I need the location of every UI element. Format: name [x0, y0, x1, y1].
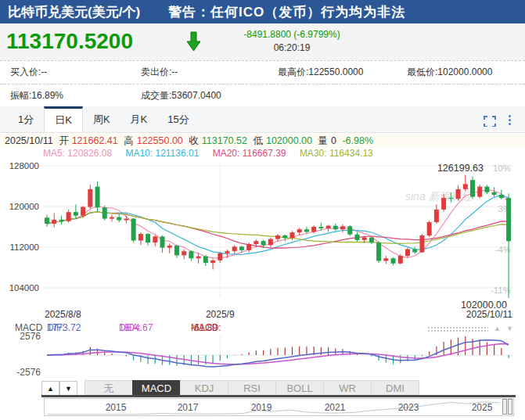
low-price: 最低价:102000.0000 [407, 61, 492, 84]
tab-1min[interactable]: 1分 [8, 106, 44, 132]
range-navigator[interactable]: 2015 2017 2019 2021 2023 2025 [44, 398, 514, 416]
main-candlestick-chart[interactable]: 12800010%1200003%112000-4%104000-11%sina… [0, 160, 525, 323]
ask-price: 卖出价:-- [141, 61, 178, 84]
nav-year-2023: 2023 [391, 402, 426, 413]
low-value: 102000.00 [266, 135, 312, 146]
price-change-block: -8491.8800 (-6.9799%) 06:20:19 [210, 29, 374, 53]
indicator-tab-dmi[interactable]: DMI [371, 380, 419, 396]
vol-value: 0 [331, 135, 336, 146]
quote-row: 113170.5200 -8491.8800 (-6.9799%) 06:20:… [0, 23, 525, 60]
indicator-tab-kdj[interactable]: KDJ [180, 380, 228, 396]
ico-warning-banner: 警告：任何ICO（发币）行为均为非法 [168, 3, 405, 21]
svg-text:2025/9: 2025/9 [206, 309, 235, 320]
open-label: 开 [59, 135, 69, 146]
ma5-legend: MA5: 120826.08 [43, 148, 112, 159]
ma10-legend: MA10: 121136.01 [125, 148, 199, 159]
high-price: 最高价:122550.0000 [278, 61, 363, 84]
pane-down-icon[interactable]: ▼ [506, 325, 513, 332]
pane-up-icon[interactable]: ▲ [494, 325, 501, 332]
svg-text:-11%: -11% [491, 285, 511, 295]
period-tab-bar: 1分 日K 周K 月K 15分 [0, 106, 525, 133]
svg-text:2025/10/11: 2025/10/11 [466, 309, 512, 320]
page-title: 比特币兑美元(美元/个) [8, 3, 140, 21]
volume: 成交量:53607.0400 [141, 84, 221, 107]
indicator-tab-none[interactable]: 无 [85, 380, 133, 396]
svg-text:120000: 120000 [9, 202, 39, 211]
ma20-legend: MA20: 116667.39 [213, 148, 286, 159]
price-down-arrow-icon [186, 31, 202, 52]
svg-text:112000: 112000 [9, 242, 39, 252]
more-options-icon[interactable] [509, 115, 512, 127]
header-bar: 比特币兑美元(美元/个) 警告：任何ICO（发币）行为均为非法 [0, 0, 525, 23]
bid-price: 买入价:-- [10, 61, 47, 84]
macd-pane-resize-dots[interactable] [427, 326, 488, 332]
indicator-tab-wr[interactable]: WR [323, 380, 372, 396]
ma30-legend: MA30: 116434.13 [300, 148, 373, 159]
svg-text:10%: 10% [493, 163, 511, 173]
nav-year-2021: 2021 [318, 402, 352, 413]
ohlc-info-bar: 2025/10/11 开121662.41 高122550.00 收113170… [0, 134, 525, 148]
indicator-tab-macd[interactable]: MACD [132, 380, 181, 396]
nav-year-2015: 2015 [99, 402, 133, 413]
tab-15min[interactable]: 15分 [157, 106, 199, 132]
indicator-tab-rsi[interactable]: RSI [228, 380, 276, 396]
nav-year-2017: 2017 [171, 402, 205, 413]
price-change: -8491.8800 (-6.9799%) [210, 29, 374, 40]
indicator-tab-boll[interactable]: BOLL [275, 380, 324, 396]
close-label: 收 [189, 135, 199, 146]
high-label: 高 [124, 135, 134, 146]
tab-monthly-k[interactable]: 月K [120, 106, 158, 132]
svg-text:2025/8/8: 2025/8/8 [45, 309, 81, 320]
pct-change: -6.98% [342, 135, 373, 146]
open-value: 121662.41 [72, 135, 118, 146]
tab-weekly-k[interactable]: 周K [83, 106, 120, 132]
nav-year-2019: 2019 [244, 402, 279, 413]
quote-time: 06:20:19 [210, 42, 374, 53]
navigator-slider-handle-left[interactable] [502, 399, 507, 415]
last-price: 113170.5200 [6, 29, 133, 54]
low-label: 低 [253, 135, 263, 146]
svg-text:104000: 104000 [9, 283, 39, 293]
amplitude: 振幅:16.89% [10, 84, 63, 107]
ma-legend: MA5: 120826.08 MA10: 121136.01 MA20: 116… [43, 148, 384, 159]
grid: 12800010%1200003%112000-4%104000-11% [9, 161, 512, 298]
high-value: 122550.00 [137, 135, 183, 146]
svg-text:sina 新浪财经: sina 新浪财经 [405, 190, 474, 203]
fullscreen-icon[interactable] [484, 116, 496, 127]
svg-text:128000: 128000 [9, 161, 39, 171]
svg-text:126199.63: 126199.63 [437, 163, 484, 174]
ohlc-date: 2025/10/11 [5, 135, 53, 146]
tab-daily-k[interactable]: 日K [44, 106, 83, 132]
indicator-tab-bar: 无 MACD KDJ RSI BOLL WR DMI [85, 380, 419, 396]
vol-label: 量 [318, 135, 329, 146]
close-value: 113170.52 [202, 135, 247, 146]
navigator-slider-handle-right[interactable] [508, 399, 512, 415]
nav-year-2025: 2025 [465, 402, 499, 413]
tab-bar-underline [41, 395, 516, 397]
macd-chart[interactable] [0, 334, 525, 379]
quote-info-grid: 买入价:-- 卖出价:-- 最高价:122550.0000 最低价:102000… [0, 60, 525, 106]
btc-usd-chart-app: 比特币兑美元(美元/个) 警告：任何ICO（发币）行为均为非法 113170.5… [0, 0, 525, 420]
